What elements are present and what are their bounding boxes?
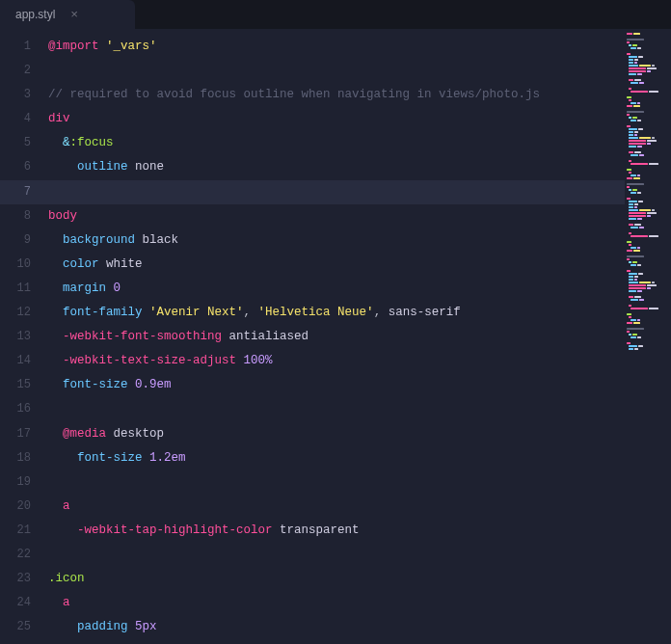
line-number: 10 [0, 253, 42, 277]
token-prop: background [63, 233, 135, 247]
token-keyword: @media [63, 427, 106, 441]
token-comment: // required to avoid focus outline when … [48, 88, 540, 101]
minimap-line [627, 99, 669, 101]
minimap-line [627, 120, 669, 121]
minimap-line [627, 151, 669, 153]
code-line[interactable] [42, 59, 625, 83]
token-media: desktop [114, 427, 165, 441]
token-val: none [135, 160, 164, 174]
code-line[interactable]: div [42, 107, 625, 131]
code-line[interactable]: a [42, 591, 625, 615]
line-number: 14 [0, 349, 42, 373]
minimap-line [627, 241, 669, 243]
minimap-line [627, 244, 669, 246]
code-line[interactable]: -webkit-tap-highlight-color transparent [42, 519, 625, 543]
minimap-line [627, 299, 669, 301]
minimap-line [627, 264, 669, 266]
code-line[interactable]: body [42, 204, 625, 228]
minimap-line [627, 212, 669, 214]
minimap-line [627, 157, 669, 159]
code-line[interactable]: outline none [42, 155, 625, 179]
minimap-line [627, 238, 669, 240]
token-propv: -webkit-tap-highlight-color [77, 523, 273, 537]
minimap-line [627, 172, 669, 174]
code-line[interactable]: font-size 1.2em [42, 446, 625, 470]
token-punct [236, 354, 244, 367]
code-line[interactable]: margin 0 [42, 277, 625, 301]
minimap-line [627, 293, 669, 295]
minimap-line [627, 203, 669, 205]
token-num: 0 [114, 282, 121, 295]
code-line[interactable]: .icon [42, 567, 625, 591]
minimap-line [627, 53, 669, 55]
line-number: 9 [0, 228, 42, 253]
minimap-line [627, 258, 669, 260]
token-punct [143, 306, 150, 319]
minimap-line [627, 33, 669, 35]
minimap-line [627, 229, 669, 231]
minimap-line [627, 174, 669, 176]
close-icon[interactable]: × [68, 8, 80, 22]
minimap-line [627, 270, 669, 272]
line-number: 19 [0, 470, 42, 495]
code-line[interactable] [42, 543, 625, 567]
code-line[interactable]: font-size 0.9em [42, 373, 625, 397]
minimap-line [627, 148, 669, 150]
minimap-line [627, 218, 669, 220]
code-line[interactable] [42, 397, 625, 421]
code-line[interactable]: -webkit-font-smoothing antialiased [42, 325, 625, 349]
line-number: 22 [0, 543, 42, 567]
minimap-line [627, 88, 669, 90]
token-propv: -webkit-text-size-adjust [63, 354, 236, 367]
token-prop: font-size [63, 378, 128, 391]
minimap-line [627, 47, 669, 49]
token-punct [128, 160, 136, 174]
minimap-line [627, 201, 669, 202]
token-pseudo: :focus [70, 136, 114, 149]
line-number: 7 [0, 180, 42, 204]
line-number: 4 [0, 107, 42, 131]
code-line[interactable]: &:focus [42, 131, 625, 155]
code-line[interactable]: -webkit-text-size-adjust 100% [42, 349, 625, 373]
tab-active[interactable]: app.styl × [0, 0, 135, 29]
code-line[interactable]: color white [42, 253, 625, 277]
minimap-line [627, 302, 669, 304]
minimap-line [627, 282, 669, 283]
code-line[interactable]: a [42, 495, 625, 519]
token-punct [143, 451, 150, 465]
minimap-line [627, 114, 669, 116]
code-line[interactable] [42, 470, 625, 495]
code-line[interactable]: @import '_vars' [42, 35, 625, 59]
minimap[interactable] [625, 29, 671, 644]
minimap-line [627, 348, 669, 350]
code-line[interactable]: // required to avoid focus outline when … [42, 83, 625, 107]
minimap-line [627, 305, 669, 307]
minimap-line [627, 154, 669, 156]
code-line[interactable]: @media desktop [42, 422, 625, 446]
line-number: 6 [0, 155, 42, 179]
code-line[interactable] [42, 180, 625, 204]
code-area[interactable]: @import '_vars' // required to avoid foc… [42, 29, 625, 644]
minimap-line [627, 342, 669, 344]
minimap-line [627, 267, 669, 269]
minimap-line [627, 310, 669, 312]
minimap-line [627, 221, 669, 223]
minimap-line [627, 108, 669, 110]
minimap-line [627, 319, 669, 321]
line-number: 3 [0, 83, 42, 107]
minimap-line [627, 276, 669, 278]
token-prop: color [63, 257, 99, 271]
code-line[interactable]: background black [42, 228, 625, 253]
minimap-line [627, 255, 669, 257]
line-number: 13 [0, 325, 42, 349]
minimap-line [627, 67, 669, 69]
token-prop: font-family [63, 306, 143, 319]
minimap-line [627, 143, 669, 145]
code-line[interactable]: padding 5px [42, 615, 625, 639]
minimap-line [627, 284, 669, 286]
token-str: '_vars' [106, 40, 157, 53]
token-prop: margin [63, 282, 106, 295]
code-line[interactable]: font-family 'Avenir Next', 'Helvetica Ne… [42, 301, 625, 325]
minimap-line [627, 166, 669, 168]
minimap-line [627, 206, 669, 208]
